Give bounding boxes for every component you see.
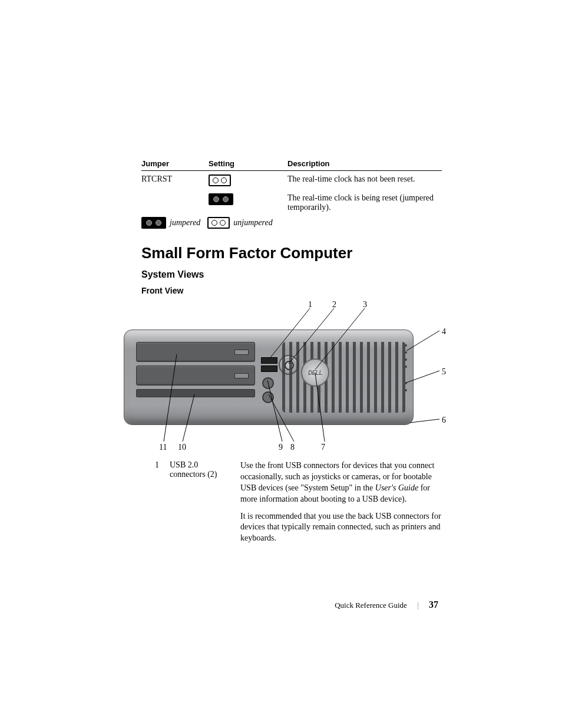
usb-port-icon — [261, 357, 277, 364]
th-setting: Setting — [209, 158, 287, 171]
callout-1: 1 — [308, 300, 312, 309]
callout-6: 6 — [442, 416, 446, 425]
callout-2: 2 — [332, 300, 336, 309]
footer-title: Quick Reference Guide — [335, 601, 407, 610]
jumper-desc: The real-time clock is being reset (jump… — [287, 190, 442, 216]
jumper-closed-icon — [209, 193, 233, 205]
item-description: Use the front USB connectors for devices… — [240, 460, 442, 550]
floppy-slot — [136, 389, 255, 397]
optical-drive-bay — [136, 342, 255, 362]
callout-8: 8 — [290, 443, 295, 452]
callout-9: 9 — [279, 443, 283, 452]
footer-separator-icon: | — [417, 601, 419, 610]
drive-bay — [136, 365, 255, 386]
heading-front-view: Front View — [141, 286, 442, 295]
th-description: Description — [287, 158, 442, 171]
svg-line-5 — [410, 419, 439, 423]
page-number: 37 — [429, 599, 438, 610]
audio-jack-icon — [262, 377, 274, 389]
jumper-table: Jumper Setting Description RTCRST The re… — [141, 158, 442, 216]
heading-system-views: System Views — [141, 269, 442, 280]
callout-3: 3 — [363, 300, 367, 309]
table-row: The real-time clock is being reset (jump… — [141, 190, 442, 216]
activity-led-icon — [405, 389, 407, 391]
jumper-open-icon — [209, 174, 231, 186]
callout-7: 7 — [321, 443, 325, 452]
jumper-desc: The real-time clock has not been reset. — [287, 171, 442, 190]
jumper-name — [141, 190, 209, 216]
legend-unjumpered: unjumpered — [233, 218, 272, 228]
legend-jumpered: jumpered — [170, 218, 200, 228]
jumper-closed-icon — [141, 217, 166, 229]
th-jumper: Jumper — [141, 158, 209, 171]
front-view-diagram: DELL 1 2 3 4 5 6 7 8 9 10 — [124, 300, 454, 453]
item-number: 1 — [141, 460, 170, 550]
diagnostic-led-icon — [405, 358, 407, 361]
callout-11: 11 — [159, 443, 167, 452]
callout-4: 4 — [442, 327, 446, 337]
callout-10: 10 — [178, 443, 186, 452]
diagnostic-led-icon — [405, 351, 407, 354]
jumper-open-icon — [207, 217, 230, 229]
users-guide-ref: User's Guide — [375, 483, 418, 492]
vent-grille — [282, 342, 406, 413]
item-label: USB 2.0 connectors (2) — [170, 460, 240, 550]
desc-text: It is recommended that you use the back … — [240, 511, 442, 545]
callout-description-row: 1 USB 2.0 connectors (2) Use the front U… — [141, 460, 442, 550]
callout-5: 5 — [442, 367, 446, 377]
diagnostic-led-icon — [405, 344, 407, 347]
jumper-name: RTCRST — [141, 171, 209, 190]
diagnostic-led-icon — [405, 365, 407, 368]
heading-small-form-factor: Small Form Factor Computer — [141, 244, 442, 262]
computer-chassis: DELL — [124, 330, 414, 425]
usb-port-icon — [261, 365, 277, 372]
jumper-legend: jumpered unjumpered — [141, 217, 442, 229]
audio-jack-icon — [262, 391, 274, 403]
page-footer: Quick Reference Guide | 37 — [0, 599, 562, 610]
dell-badge-icon: DELL — [301, 358, 329, 387]
activity-led-icon — [405, 382, 407, 384]
table-row: RTCRST The real-time clock has not been … — [141, 171, 442, 190]
